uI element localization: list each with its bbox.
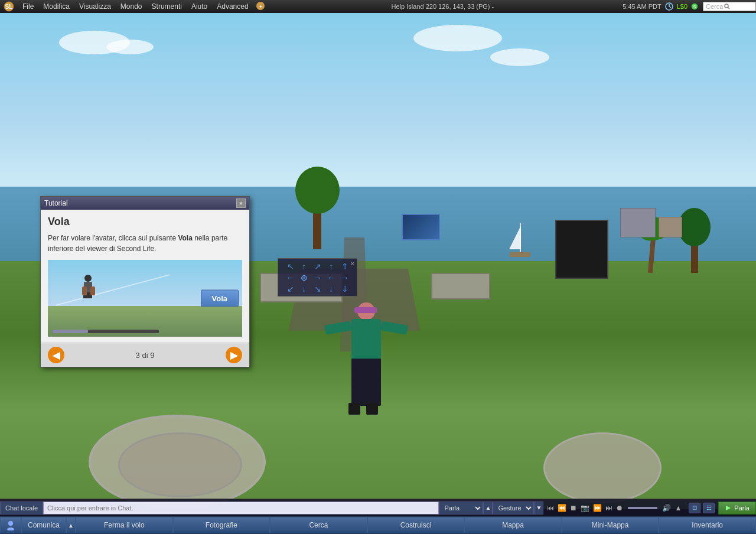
tutorial-prev-button[interactable]: ◀ [48, 347, 64, 363]
speak-dropdown-arrow[interactable]: ▲ [483, 502, 493, 515]
svg-line-10 [728, 7, 729, 9]
hud-arrow-down[interactable]: ↓ [298, 284, 311, 294]
cloud-4 [490, 48, 549, 66]
balance-display: L$0 [677, 3, 687, 10]
chat-input[interactable] [43, 502, 439, 515]
menu-mondo[interactable]: Mondo [116, 0, 147, 13]
comunica-button[interactable]: Comunica [21, 517, 66, 533]
hud-arrow-up2[interactable]: ↑ [325, 261, 338, 272]
building-1 [620, 208, 656, 237]
menu-visualizza[interactable]: Visualizza [74, 0, 116, 13]
billboard [402, 214, 440, 240]
hud-arrow-right[interactable]: → [311, 272, 324, 283]
media-controls: ⏮ ⏪ ⏹ 📷 ⏩ ⏭ ⏺ 🔊 ▲ [543, 504, 685, 512]
mute-icon[interactable]: 🔊 [661, 504, 672, 512]
svg-marker-11 [726, 506, 731, 510]
svg-point-13 [7, 528, 14, 530]
tutorial-heading: Vola [48, 216, 242, 228]
menu-modifica[interactable]: Modifica [38, 0, 74, 13]
inventario-button[interactable]: Inventario [659, 517, 756, 533]
cerca-button[interactable]: Cerca [270, 517, 367, 533]
media-rewind-icon[interactable]: ⏪ [556, 504, 568, 512]
billboard-dark [555, 220, 608, 279]
media-skip-icon[interactable]: ⏩ [592, 504, 603, 512]
location-label: Help Island 220 126, 143, 33 (PG) - [268, 3, 618, 10]
bottom-toolbar: Comunica ▲ Ferma il volo Fotografie Cerc… [0, 516, 756, 534]
tutorial-footer: ◀ 3 di 9 ▶ [41, 343, 249, 367]
svg-line-6 [669, 6, 671, 8]
comunica-group: Comunica ▲ [21, 517, 76, 533]
circle-structure [543, 432, 662, 503]
tree-top-2 [678, 208, 711, 246]
search-box[interactable]: Cerca [703, 2, 756, 11]
media-stop-icon[interactable]: ⏹ [569, 504, 578, 512]
mappa-button[interactable]: Mappa [464, 517, 562, 533]
sl-icon: ✦ [253, 1, 268, 12]
sailboat [508, 223, 532, 258]
tutorial-fly-button[interactable]: Vola [201, 290, 239, 307]
hud-arrow-down2[interactable]: ↓ [325, 284, 338, 294]
hud-arrow-up[interactable]: ↑ [298, 261, 311, 272]
fotografie-button[interactable]: Fotografie [173, 517, 271, 533]
tutorial-next-button[interactable]: ▶ [226, 347, 242, 363]
cloud-3 [413, 25, 502, 51]
cloud-2 [106, 40, 154, 54]
media-snapshot-icon[interactable]: 📷 [579, 504, 591, 512]
connection-icon-2: ☷ [703, 503, 715, 513]
amphitheater-inner [118, 432, 242, 497]
svg-text:SL: SL [5, 4, 13, 10]
chatbar: Chat locale Parla Sussurra Urla ▲ Gestur… [0, 499, 756, 516]
hud-arrow-right2[interactable]: → [338, 272, 351, 283]
hud-arrow-left[interactable]: ← [284, 272, 297, 283]
speak-select[interactable]: Parla Sussurra Urla [439, 502, 483, 515]
image-progress-bg [53, 330, 159, 333]
movement-hud: × ↖ ↑ ↗ ↑ ⇑ ← ⊕ → ← → ↙ ↓ ↘ ↓ ⇓ [278, 258, 357, 297]
avatar-icon-button[interactable] [0, 517, 21, 533]
image-progress-fill [53, 330, 88, 333]
tutorial-close-button[interactable]: × [236, 198, 246, 208]
menu-advanced[interactable]: Advanced [212, 0, 253, 13]
menu-aiuto[interactable]: Aiuto [187, 0, 212, 13]
hud-arrow-pagedown[interactable]: ⇓ [338, 284, 351, 294]
tutorial-title: Tutorial [44, 199, 68, 207]
avatar-character [343, 302, 390, 421]
chat-locale-button[interactable]: Chat locale [0, 502, 43, 515]
media-end-icon[interactable]: ⏭ [604, 504, 614, 512]
hud-arrows-grid: ↖ ↑ ↗ ↑ ⇑ ← ⊕ → ← → ↙ ↓ ↘ ↓ ⇓ [284, 261, 351, 294]
mini-mappa-button[interactable]: Mini-Mappa [562, 517, 659, 533]
media-fullscreen-icon[interactable]: ⏺ [615, 504, 624, 512]
svg-text:$: $ [693, 5, 696, 9]
connection-icons: ⊡ ☷ [685, 503, 718, 513]
hud-arrow-center[interactable]: ⊕ [298, 272, 311, 283]
tutorial-image: Vola [48, 260, 242, 337]
hud-arrow-left2[interactable]: ← [325, 272, 338, 283]
ferma-volo-button[interactable]: Ferma il volo [76, 517, 173, 533]
tutorial-text: Per far volare l'avatar, clicca sul puls… [48, 233, 242, 254]
costruisci-button[interactable]: Costruisci [367, 517, 465, 533]
gestures-dropdown-arrow[interactable]: ▼ [534, 502, 543, 515]
media-play-icon[interactable]: ⏮ [546, 504, 555, 512]
menubar: SL File Modifica Visualizza Mondo Strume… [0, 0, 756, 13]
boot-left [82, 286, 87, 295]
hud-arrow-pageup[interactable]: ⇑ [338, 261, 351, 272]
gestures-select[interactable]: Gesture [493, 502, 534, 515]
svg-point-12 [8, 521, 13, 526]
speak-green-button[interactable]: Parla [718, 502, 756, 515]
hud-arrow-upright[interactable]: ↗ [311, 261, 324, 272]
hud-arrow-downleft[interactable]: ↙ [284, 284, 297, 294]
hud-arrow-upleft[interactable]: ↖ [284, 261, 297, 272]
vol-up-icon[interactable]: ▲ [673, 504, 683, 512]
boot-right [90, 286, 95, 295]
hud-arrow-downright[interactable]: ↘ [311, 284, 324, 294]
menu-file[interactable]: File [18, 0, 38, 13]
volume-slider[interactable] [628, 507, 657, 509]
app-logo: SL [0, 0, 18, 13]
tutorial-page: 3 di 9 [136, 351, 155, 360]
comunica-dropdown[interactable]: ▲ [66, 517, 76, 533]
tree-top-1 [295, 167, 340, 214]
tutorial-body: Vola Per far volare l'avatar, clicca sul… [41, 210, 249, 343]
tutorial-window: Tutorial × Vola Per far volare l'avatar,… [40, 196, 250, 367]
hud-close-button[interactable]: × [351, 260, 354, 267]
menu-strumenti[interactable]: Strumenti [147, 0, 187, 13]
wall-structure-2 [431, 273, 490, 299]
